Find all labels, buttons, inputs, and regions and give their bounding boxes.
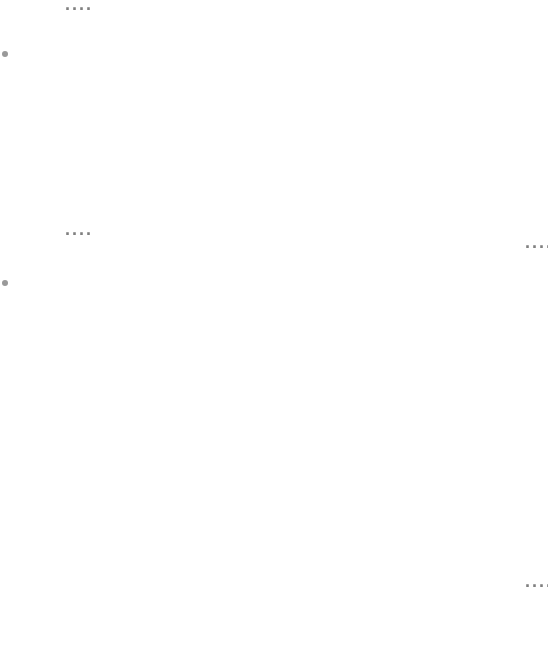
list-bullet [2,51,8,57]
ellipsis-marker: .... [65,220,93,238]
list-bullet [2,280,8,286]
ellipsis-marker: .... [65,0,93,13]
ellipsis-marker: .... [525,233,548,251]
ellipsis-marker: .... [65,658,93,669]
ellipsis-marker: .... [525,572,548,590]
